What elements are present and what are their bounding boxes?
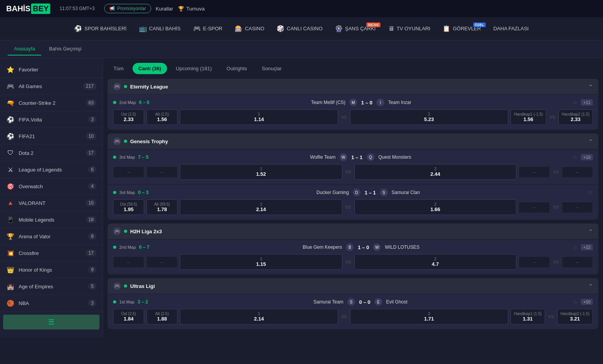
kurallar-button[interactable]: Kurallar xyxy=(156,6,173,12)
odds-h1[interactable]: 1 1.52 xyxy=(180,164,342,180)
page-tabs-bar: Anasayfa Bahis Geçmişi xyxy=(0,40,603,58)
more-button[interactable]: +11 xyxy=(581,99,593,106)
sidebar-label-all-games: All Games xyxy=(19,83,79,89)
odds-h1[interactable]: 1 1.14 xyxy=(180,109,338,125)
sidebar-item-all-games[interactable]: 🎮 All Games 217 xyxy=(0,78,103,95)
odds-alt[interactable]: Alt (59.5) 1.78 xyxy=(146,199,178,215)
league-eternity-header[interactable]: 🎮 Eternity League ⌃ xyxy=(108,79,598,94)
odds-alt[interactable]: Alt (2.5) 1.56 xyxy=(146,109,178,125)
sidebar-count-valorant: 10 xyxy=(86,199,96,206)
nav-casino[interactable]: 🎰 CASINO xyxy=(229,22,270,35)
league-genesis-header[interactable]: 🎮 Genesis Trophy ⌃ xyxy=(108,133,598,149)
odds-h2[interactable]: 2 4.7 xyxy=(354,254,517,270)
turnuva-button[interactable]: 🏆 Turnuva xyxy=(178,6,205,12)
h2-label: 2 xyxy=(354,312,505,316)
tab-bahis[interactable]: Bahis Geçmişi xyxy=(43,43,87,55)
league-ultras-header[interactable]: 🎮 Ultras Ligi ⌃ xyxy=(108,278,598,294)
nav-daha[interactable]: DAHA FAZLASI xyxy=(488,23,534,35)
vs-sep2: VS xyxy=(552,170,559,174)
sidebar-item-valorant[interactable]: 🔺 VALORANT 10 xyxy=(0,195,103,211)
odds-handi1[interactable]: Handikap1 (1.5) 1.31 xyxy=(511,309,545,324)
favorite-button[interactable]: ☆ xyxy=(573,154,578,160)
sidebar-item-lol[interactable]: ⚔ League of Legends 6 xyxy=(0,161,103,178)
nav-canlicasino[interactable]: 🎲 CANLI CASINO xyxy=(271,22,328,35)
odds-handi2[interactable]: Handikap2 (1.5) 2.33 xyxy=(558,109,593,125)
odds-handi1[interactable]: Handikap1 (-1.5) 1.56 xyxy=(511,109,546,125)
odds-empty-h2: – xyxy=(562,257,593,268)
more-button[interactable]: +10 xyxy=(581,154,593,160)
tab-anasayfa[interactable]: Anasayfa xyxy=(8,43,41,55)
favorite-button[interactable]: ☆ xyxy=(573,99,578,106)
odds-handi2[interactable]: Handikap2 (-1.5) 3.21 xyxy=(557,309,593,324)
favorite-button[interactable]: ☆ xyxy=(573,299,578,305)
nav-spor[interactable]: ⚽ SPOR BAHİSLERİ xyxy=(69,22,132,35)
filter-upcoming[interactable]: Upcoming (181) xyxy=(170,63,218,74)
sidebar-count-nba: 3 xyxy=(88,300,96,307)
h2-label: 2 xyxy=(354,112,505,116)
sidebar-label-fifa21: FIFA21 xyxy=(19,133,82,139)
filter-tum[interactable]: Tüm xyxy=(108,63,129,74)
favorite-button[interactable]: ☆ xyxy=(573,244,578,250)
nav-sans[interactable]: 🎡 ŞANS ÇARKI SICAK xyxy=(329,22,381,35)
sidebar-item-overwatch[interactable]: 🎯 Overwatch 4 xyxy=(0,178,103,195)
favorite-button[interactable]: ☆ xyxy=(588,189,593,196)
sidebar-collapse-button[interactable]: ☰ xyxy=(3,315,99,329)
nav-espor[interactable]: 🎮 E-SPOR xyxy=(188,22,228,35)
more-button[interactable]: +50 xyxy=(581,299,593,305)
odds-h1[interactable]: 1 1.15 xyxy=(180,254,342,270)
match-score: 0 – 3 xyxy=(138,190,148,195)
sidebar-item-dota2[interactable]: 🛡 Dota 2 17 xyxy=(0,145,103,161)
sidebar-item-nba[interactable]: 🏀 NBA 3 xyxy=(0,295,103,312)
odds-ust[interactable]: Üst (2.5) 2.33 xyxy=(113,109,144,125)
main-nav: ⚽ SPOR BAHİSLERİ 📺 CANLI BAHİS 🎮 E-SPOR … xyxy=(0,17,603,40)
nav-canli[interactable]: 📺 CANLI BAHİS xyxy=(134,22,186,35)
logo-bey: BEY xyxy=(31,3,50,14)
sidebar-label-hok: Honor of Kings xyxy=(19,267,84,273)
odds-h2[interactable]: 2 1.71 xyxy=(350,309,508,324)
odds-ust[interactable]: Üst (59.5) 1.95 xyxy=(113,199,144,215)
league-ultras-icon: 🎮 xyxy=(113,282,121,290)
handi1-label: Handikap1 (-1.5) xyxy=(514,112,543,116)
filter-canli[interactable]: Canlı (36) xyxy=(132,63,167,74)
nav-tv[interactable]: 🖥 TV OYUNLARI xyxy=(383,22,436,35)
sidebar-item-fifa-volta[interactable]: ⚽ FIFA.Volta 3 xyxy=(0,111,103,128)
team1-name: Blue Gem Keepers xyxy=(303,244,342,250)
match-score: 6 – 6 xyxy=(139,100,150,105)
league-h2h: 🎮 H2H Liga 2x3 ⌃ 2nd Map 6 – 7 Blue Gem … xyxy=(108,224,598,274)
odds-empty-alt: – xyxy=(146,257,178,268)
league-eternity-collapse[interactable]: ⌃ xyxy=(589,84,593,90)
odds-h2[interactable]: 2 2.44 xyxy=(354,164,517,180)
sidebar-item-age-of-empires[interactable]: 🏰 Age of Empires 5 xyxy=(0,278,103,295)
odds-ust[interactable]: Üst (2.5) 1.84 xyxy=(113,309,144,324)
odds-h2[interactable]: 2 5.23 xyxy=(350,109,508,125)
odds-h1[interactable]: 1 2.14 xyxy=(180,199,342,215)
sidebar-item-favoriler[interactable]: ⭐ Favoriler xyxy=(0,61,103,78)
league-ultras-collapse[interactable]: ⌃ xyxy=(589,283,593,289)
league-h2h-header[interactable]: 🎮 H2H Liga 2x3 ⌃ xyxy=(108,224,598,239)
league-h2h-collapse[interactable]: ⌃ xyxy=(589,229,593,234)
odds-alt[interactable]: Alt (2.5) 1.88 xyxy=(146,309,178,324)
promo-button[interactable]: 📢 Promosyonlar xyxy=(104,4,151,13)
sidebar-item-crossfire[interactable]: 💥 Crossfire 17 xyxy=(0,245,103,262)
league-genesis-icon: 🎮 xyxy=(113,137,121,145)
league-h2h-icon: 🎮 xyxy=(113,227,121,235)
alt-val: 1.56 xyxy=(150,116,174,122)
live-dot xyxy=(113,156,116,159)
filter-sonuclar[interactable]: Sonuçlar xyxy=(256,63,288,74)
vs-sep2: VS xyxy=(552,205,559,210)
filter-outrights[interactable]: Outrights xyxy=(221,63,253,74)
sidebar-label-nba: NBA xyxy=(19,300,84,306)
odds-h1[interactable]: 1 2.14 xyxy=(180,309,338,324)
arena-of-valor-icon: 🏆 xyxy=(6,232,15,241)
odds-h2[interactable]: 2 1.66 xyxy=(354,199,517,215)
sidebar-item-mobile-legends[interactable]: 📱 Mobile Legends 18 xyxy=(0,211,103,228)
league-genesis-collapse[interactable]: ⌃ xyxy=(589,139,593,144)
team2-name: WILD LOTUSES xyxy=(385,244,419,250)
live-score: 0 – 0 xyxy=(359,299,371,305)
sidebar-item-arena-of-valor[interactable]: 🏆 Arena of Valor 8 xyxy=(0,228,103,245)
sidebar-item-honor-of-kings[interactable]: 👑 Honor of Kings 9 xyxy=(0,262,103,278)
sidebar-item-counter-strike[interactable]: 🔫 Counter-Strike 2 63 xyxy=(0,95,103,111)
more-button[interactable]: +22 xyxy=(581,244,593,250)
sidebar-item-fifa21[interactable]: ⚽ FIFA21 10 xyxy=(0,128,103,145)
nav-gorev[interactable]: 📋 GÖREVLER ÖZEL xyxy=(437,22,486,35)
